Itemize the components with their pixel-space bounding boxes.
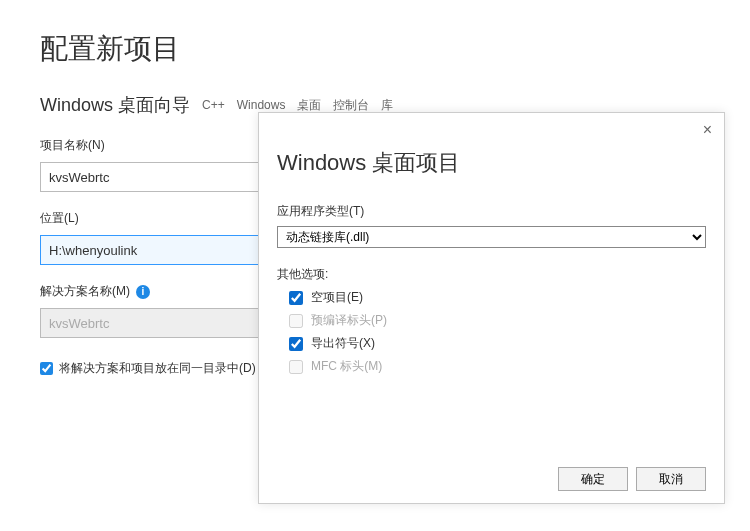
dialog-button-row: 确定 取消 [277,467,706,491]
ok-button[interactable]: 确定 [558,467,628,491]
solution-name-input [40,308,260,338]
tag-library: 库 [381,97,393,114]
option-precompiled-header: 预编译标头(P) [277,312,706,329]
app-type-label: 应用程序类型(T) [277,203,706,220]
option-empty-project-checkbox[interactable] [289,291,303,305]
option-precompiled-header-checkbox [289,314,303,328]
same-directory-label: 将解决方案和项目放在同一目录中(D) [59,360,256,377]
dialog-title: Windows 桌面项目 [277,148,706,178]
same-directory-checkbox[interactable] [40,362,53,375]
option-export-symbols[interactable]: 导出符号(X) [277,335,706,352]
tag-console: 控制台 [333,97,369,114]
app-type-select[interactable]: 动态链接库(.dll) [277,226,706,248]
desktop-project-dialog: × Windows 桌面项目 应用程序类型(T) 动态链接库(.dll) 其他选… [258,112,725,504]
project-name-input[interactable] [40,162,260,192]
tag-windows: Windows [237,98,286,112]
option-mfc-headers: MFC 标头(M) [277,358,706,375]
page-title: 配置新项目 [40,30,710,68]
tag-cpp: C++ [202,98,225,112]
close-button[interactable]: × [703,121,712,139]
option-export-symbols-checkbox[interactable] [289,337,303,351]
other-options-label: 其他选项: [277,266,706,283]
wizard-name: Windows 桌面向导 [40,93,190,117]
info-icon[interactable]: i [136,285,150,299]
location-input[interactable] [40,235,260,265]
option-empty-project[interactable]: 空项目(E) [277,289,706,306]
tag-desktop: 桌面 [297,97,321,114]
other-options-group: 其他选项: 空项目(E) 预编译标头(P) 导出符号(X) MFC 标头(M) [277,266,706,381]
option-mfc-headers-checkbox [289,360,303,374]
cancel-button[interactable]: 取消 [636,467,706,491]
